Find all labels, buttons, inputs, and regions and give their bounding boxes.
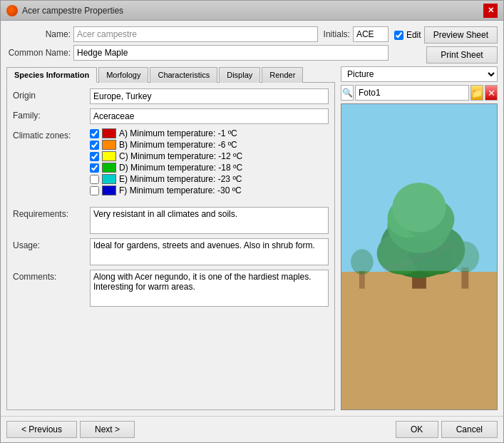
- climatic-label: Climatic zones:: [13, 128, 84, 141]
- usage-textarea[interactable]: [90, 238, 329, 265]
- climatic-row: Climatic zones: A) Minimum temperature: …: [13, 128, 329, 195]
- name-label: Name:: [6, 29, 71, 39]
- climatic-zones: A) Minimum temperature: -1 ºC B) Minimum…: [90, 128, 242, 195]
- zone-checkbox-d[interactable]: [90, 163, 99, 173]
- folder-button[interactable]: 📁: [470, 85, 483, 101]
- zone-label-e: E) Minimum temperature: -23 ºC: [119, 174, 242, 184]
- ok-button[interactable]: OK: [396, 421, 438, 438]
- zone-color-f: [102, 185, 116, 195]
- title-bar-left: Acer campestre Properties: [6, 5, 123, 16]
- svg-rect-13: [349, 168, 490, 271]
- requirements-label: Requirements:: [13, 207, 84, 219]
- zone-label-c: C) Minimum temperature: -12 ºC: [119, 151, 242, 161]
- zone-row-f: F) Minimum temperature: -30 ºC: [90, 185, 242, 195]
- comments-label: Comments:: [13, 270, 84, 282]
- zone-row-e: E) Minimum temperature: -23 ºC: [90, 174, 242, 184]
- preview-sheet-button[interactable]: Preview Sheet: [424, 26, 498, 44]
- zone-row-a: A) Minimum temperature: -1 ºC: [90, 128, 242, 138]
- tab-characteristics[interactable]: Characteristics: [150, 67, 217, 83]
- window-title: Acer campestre Properties: [22, 6, 123, 16]
- picture-search-row: 🔍 📁 ✕: [341, 85, 498, 101]
- zone-color-d: [102, 163, 116, 173]
- zone-label-d: D) Minimum temperature: -18 ºC: [119, 163, 242, 173]
- origin-row: Origin: [13, 88, 329, 104]
- zone-color-e: [102, 174, 116, 184]
- zone-checkbox-a[interactable]: [90, 129, 99, 138]
- close-button[interactable]: ✕: [483, 4, 498, 18]
- left-panel: Species Information Morfology Characteri…: [6, 66, 335, 410]
- content-area: Name: Initials: Common Name: Edit Previe…: [1, 21, 503, 416]
- zone-label-b: B) Minimum temperature: -6 ºC: [119, 140, 237, 150]
- search-icon-box[interactable]: 🔍: [341, 85, 354, 101]
- delete-icon: ✕: [488, 88, 495, 98]
- requirements-row: Requirements:: [13, 207, 329, 234]
- usage-label: Usage:: [13, 238, 84, 250]
- initials-label: Initials:: [324, 29, 350, 39]
- name-row: Name: Initials:: [6, 26, 389, 42]
- zone-row-c: C) Minimum temperature: -12 ºC: [90, 151, 242, 161]
- origin-label: Origin: [13, 88, 84, 101]
- picture-select[interactable]: Picture: [341, 66, 498, 82]
- zone-color-c: [102, 151, 116, 161]
- foto-input[interactable]: [355, 85, 469, 101]
- top-row: Name: Initials: Common Name: Edit Previe…: [6, 26, 498, 63]
- tree-illustration: [349, 111, 490, 409]
- main-window: Acer campestre Properties ✕ Name: Initia…: [0, 0, 504, 443]
- previous-button[interactable]: < Previous: [6, 421, 77, 438]
- usage-row: Usage:: [13, 238, 329, 265]
- footer-right: OK Cancel: [396, 421, 498, 438]
- family-label: Family:: [13, 108, 84, 121]
- family-input[interactable]: [90, 108, 329, 124]
- zone-checkbox-b[interactable]: [90, 141, 99, 150]
- zone-label-a: A) Minimum temperature: -1 ºC: [119, 128, 237, 138]
- zone-checkbox-e[interactable]: [90, 175, 99, 184]
- origin-input[interactable]: [90, 88, 329, 104]
- folder-icon: 📁: [471, 88, 483, 98]
- edit-label: Edit: [406, 30, 421, 40]
- comments-textarea[interactable]: [90, 270, 329, 307]
- title-bar: Acer campestre Properties ✕: [1, 1, 503, 21]
- zone-checkbox-c[interactable]: [90, 152, 99, 161]
- edit-checkbox[interactable]: [394, 31, 403, 40]
- name-input[interactable]: [73, 26, 318, 42]
- common-name-label: Common Name:: [6, 48, 71, 58]
- form-fields: Name: Initials: Common Name:: [6, 26, 389, 61]
- next-button[interactable]: Next >: [80, 421, 135, 438]
- svg-rect-0: [349, 282, 490, 352]
- tab-species[interactable]: Species Information: [6, 67, 97, 83]
- initials-input[interactable]: [353, 26, 389, 42]
- tab-display[interactable]: Display: [219, 67, 260, 83]
- footer-bar: < Previous Next > OK Cancel: [1, 416, 503, 442]
- tab-morfology[interactable]: Morfology: [98, 67, 148, 83]
- tab-render[interactable]: Render: [262, 67, 303, 83]
- main-content: Species Information Morfology Characteri…: [6, 66, 498, 410]
- print-sheet-button[interactable]: Print Sheet: [426, 46, 498, 63]
- zone-row-b: B) Minimum temperature: -6 ºC: [90, 140, 242, 150]
- zone-color-b: [102, 140, 116, 150]
- zone-label-f: F) Minimum temperature: -30 ºC: [119, 185, 242, 195]
- right-panel: Picture 🔍 📁 ✕: [341, 66, 498, 410]
- common-name-input[interactable]: [73, 45, 389, 61]
- search-icon: 🔍: [342, 88, 353, 98]
- zone-row-d: D) Minimum temperature: -18 ºC: [90, 163, 242, 173]
- delete-button[interactable]: ✕: [485, 85, 498, 101]
- tree-image-inner: www.anxz.com: [341, 104, 497, 409]
- zone-color-a: [102, 128, 116, 138]
- app-icon: [6, 5, 18, 16]
- comments-row: Comments:: [13, 270, 329, 307]
- tree-image: www.anxz.com: [341, 103, 498, 410]
- family-row: Family:: [13, 108, 329, 124]
- tab-content-species: Origin Family: Climatic zones:: [6, 83, 335, 410]
- cancel-button[interactable]: Cancel: [441, 421, 498, 438]
- common-name-row: Common Name:: [6, 45, 389, 61]
- edit-row: Edit Preview Sheet: [394, 26, 498, 44]
- picture-dropdown-row: Picture: [341, 66, 498, 82]
- requirements-textarea[interactable]: [90, 207, 329, 234]
- footer-left: < Previous Next >: [6, 421, 135, 438]
- tabs-bar: Species Information Morfology Characteri…: [6, 66, 335, 83]
- right-buttons: Edit Preview Sheet Print Sheet: [394, 26, 498, 63]
- zone-checkbox-f[interactable]: [90, 186, 99, 195]
